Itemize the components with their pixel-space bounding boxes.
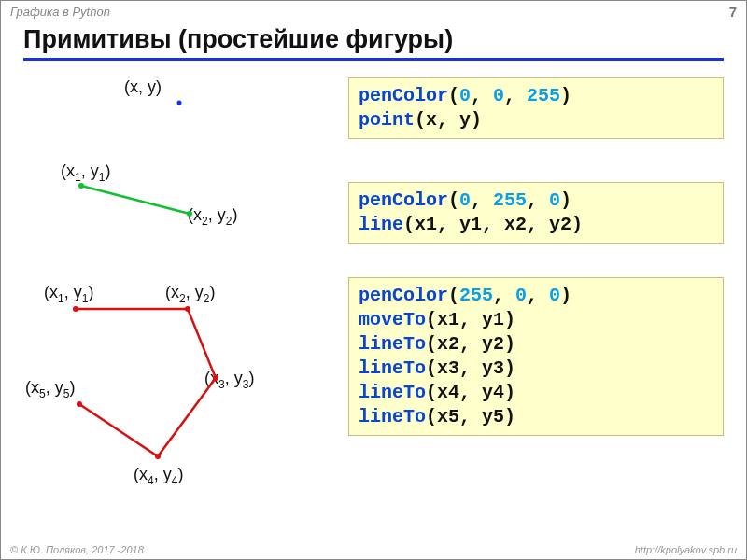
code-line: penColor(0, 255, 0) line(x1, y1, x2, y2) bbox=[348, 182, 724, 244]
svg-point-5 bbox=[185, 306, 190, 312]
svg-point-6 bbox=[213, 375, 218, 381]
svg-point-4 bbox=[73, 306, 78, 312]
header-topic: Графика в Python bbox=[10, 5, 110, 19]
footer-left: © К.Ю. Поляков, 2017 -2018 bbox=[10, 544, 144, 555]
point-label: (x, y) bbox=[124, 77, 162, 97]
poly-label-2: (x2, y2) bbox=[165, 283, 215, 305]
svg-point-7 bbox=[155, 454, 161, 459]
footer-right: http://kpolyakov.spb.ru bbox=[635, 544, 737, 555]
poly-label-1: (x1, y1) bbox=[44, 283, 93, 305]
svg-point-0 bbox=[177, 101, 182, 105]
svg-line-1 bbox=[81, 186, 190, 214]
line-label-1: (x1, y1) bbox=[61, 161, 110, 184]
line-shape bbox=[78, 182, 208, 219]
slide-title: Примитивы (простейшие фигуры) bbox=[23, 25, 724, 61]
slide: Графика в Python 7 Примитивы (простейшие… bbox=[0, 0, 747, 560]
code-point: penColor(0, 0, 255) point(x, y) bbox=[348, 77, 724, 139]
graphics-column: (x, y) (x1, y1) (x2, y2) (x1, y1) (x2, y… bbox=[20, 72, 328, 531]
point-shape bbox=[176, 100, 184, 107]
footer-bar: © К.Ю. Поляков, 2017 -2018 http://kpolya… bbox=[1, 540, 746, 559]
poly-shape bbox=[57, 303, 262, 471]
svg-point-2 bbox=[78, 183, 84, 189]
header-bar: Графика в Python 7 bbox=[1, 1, 746, 21]
svg-point-8 bbox=[77, 401, 82, 407]
page-number: 7 bbox=[729, 4, 737, 20]
code-poly: penColor(255, 0, 0) moveTo(x1, y1) lineT… bbox=[348, 277, 724, 436]
svg-point-3 bbox=[187, 211, 192, 217]
